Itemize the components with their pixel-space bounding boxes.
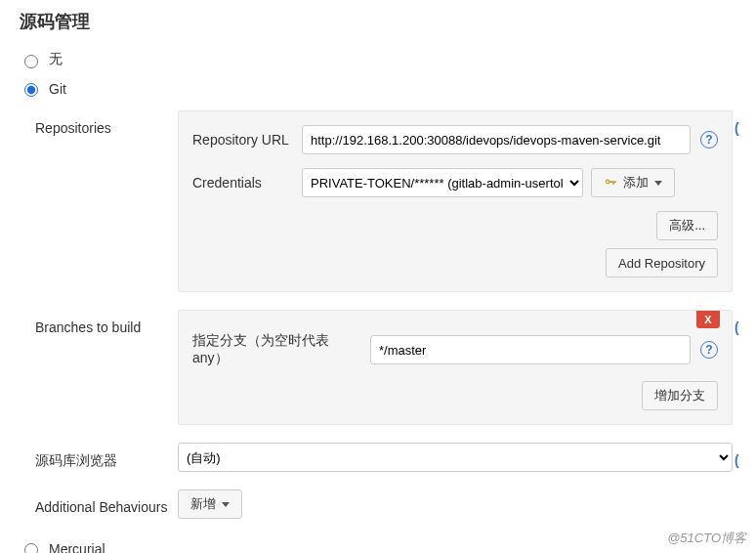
section-title: 源码管理 [20, 10, 756, 33]
watermark: @51CTO博客 [667, 530, 746, 547]
outer-help: ( [733, 110, 752, 136]
repo-url-input[interactable] [302, 125, 691, 154]
help-icon[interactable]: ? [700, 131, 718, 149]
repositories-label: Repositories [35, 110, 178, 136]
scm-label-none: 无 [49, 51, 63, 68]
branches-label: Branches to build [35, 310, 178, 335]
add-repository-button[interactable]: Add Repository [606, 248, 718, 277]
add-credentials-button[interactable]: 添加 [591, 168, 675, 197]
scm-radio-mercurial[interactable] [24, 543, 38, 553]
key-icon [604, 176, 617, 190]
branch-spec-label: 指定分支（为空时代表any） [192, 332, 360, 367]
delete-branch-button[interactable]: X [696, 311, 720, 328]
scm-option-mercurial[interactable]: Mercurial [20, 536, 756, 553]
add-branch-button[interactable]: 增加分支 [642, 381, 718, 410]
add-cred-label: 添加 [623, 174, 649, 191]
scm-radio-git[interactable] [24, 83, 38, 97]
scm-option-git[interactable]: Git [20, 76, 756, 101]
add-behaviour-label: 新增 [190, 495, 216, 513]
advanced-button[interactable]: 高级... [656, 211, 718, 240]
branch-spec-input[interactable] [370, 335, 691, 364]
credentials-select[interactable]: PRIVATE-TOKEN/****** (gitlab-admin-usert… [302, 168, 583, 197]
outer-help: ( [733, 443, 752, 468]
outer-help: ( [733, 310, 752, 335]
credentials-label: Credentials [192, 175, 292, 191]
scm-radio-none[interactable] [24, 55, 38, 68]
repo-browser-select[interactable]: (自动) [178, 443, 733, 472]
scm-option-none[interactable]: 无 [20, 47, 756, 72]
repo-browser-label: 源码库浏览器 [35, 443, 178, 470]
chevron-down-icon [654, 181, 662, 186]
help-icon[interactable]: ? [700, 341, 718, 359]
scm-label-mercurial: Mercurial [49, 541, 105, 554]
behaviours-label: Additional Behaviours [35, 489, 178, 515]
scm-label-git: Git [49, 81, 66, 97]
branches-panel: X 指定分支（为空时代表any） ? 增加分支 [178, 310, 733, 425]
add-behaviour-button[interactable]: 新增 [178, 489, 242, 519]
repo-url-label: Repository URL [192, 132, 292, 148]
chevron-down-icon [222, 502, 230, 507]
repositories-panel: Repository URL ? Credentials PRIVATE-TOK… [178, 110, 733, 292]
